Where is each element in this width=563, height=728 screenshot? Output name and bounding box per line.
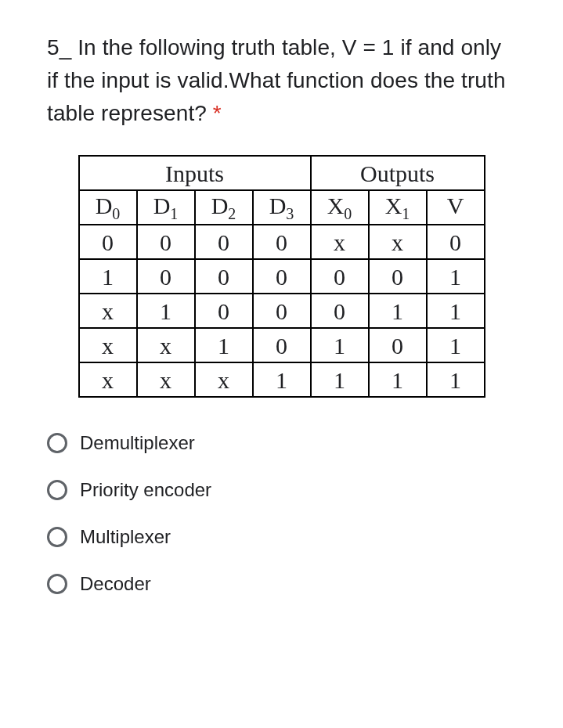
column-header-row: D0 D1 D2 D3 X0 X1 V (79, 190, 485, 225)
cell: 0 (195, 294, 253, 328)
cell: x (79, 328, 137, 362)
required-asterisk: * (213, 101, 222, 125)
radio-icon (47, 433, 67, 453)
cell: 1 (311, 328, 369, 362)
cell: 1 (427, 362, 485, 397)
option-label: Decoder (80, 573, 151, 595)
option-multiplexer[interactable]: Multiplexer (47, 514, 516, 560)
cell: 0 (253, 259, 311, 294)
truth-table: Inputs Outputs D0 D1 D2 D3 X0 X1 V 0 0 0… (78, 155, 485, 398)
cell: 0 (195, 259, 253, 294)
col-x1: X1 (369, 190, 427, 225)
radio-icon (47, 574, 67, 594)
option-decoder[interactable]: Decoder (47, 560, 516, 607)
cell: x (79, 294, 137, 328)
col-d2: D2 (195, 190, 253, 225)
group-header-outputs: Outputs (311, 156, 485, 190)
cell: 0 (369, 328, 427, 362)
cell: 0 (195, 225, 253, 259)
option-label: Priority encoder (80, 479, 211, 501)
table-row: x x 1 0 1 0 1 (79, 328, 485, 362)
cell: 1 (137, 294, 195, 328)
table-row: x 1 0 0 0 1 1 (79, 294, 485, 328)
cell: 0 (311, 259, 369, 294)
option-demultiplexer[interactable]: Demultiplexer (47, 420, 516, 467)
col-x0: X0 (311, 190, 369, 225)
question-text: 5_ In the following truth table, V = 1 i… (47, 31, 516, 130)
table-row: 0 0 0 0 x x 0 (79, 225, 485, 259)
cell: 0 (137, 225, 195, 259)
cell: 0 (253, 225, 311, 259)
option-label: Multiplexer (80, 526, 171, 548)
question-body: 5_ In the following truth table, V = 1 i… (47, 35, 506, 125)
option-priority-encoder[interactable]: Priority encoder (47, 467, 516, 514)
table-row: 1 0 0 0 0 0 1 (79, 259, 485, 294)
cell: 1 (369, 362, 427, 397)
cell: 1 (79, 259, 137, 294)
cell: 1 (427, 259, 485, 294)
cell: 1 (253, 362, 311, 397)
cell: 1 (311, 362, 369, 397)
col-v: V (427, 190, 485, 225)
cell: 0 (311, 294, 369, 328)
cell: x (369, 225, 427, 259)
cell: 1 (427, 294, 485, 328)
cell: 0 (137, 259, 195, 294)
cell: 0 (253, 294, 311, 328)
radio-icon (47, 480, 67, 500)
col-d0: D0 (79, 190, 137, 225)
col-d3: D3 (253, 190, 311, 225)
options-list: Demultiplexer Priority encoder Multiplex… (47, 420, 516, 607)
cell: 1 (427, 328, 485, 362)
cell: x (311, 225, 369, 259)
option-label: Demultiplexer (80, 432, 195, 454)
cell: x (137, 328, 195, 362)
group-header-inputs: Inputs (79, 156, 311, 190)
truth-table-container: Inputs Outputs D0 D1 D2 D3 X0 X1 V 0 0 0… (47, 155, 516, 398)
cell: 0 (427, 225, 485, 259)
radio-icon (47, 527, 67, 547)
cell: 1 (369, 294, 427, 328)
group-header-row: Inputs Outputs (79, 156, 485, 190)
cell: x (195, 362, 253, 397)
cell: 0 (79, 225, 137, 259)
cell: 1 (195, 328, 253, 362)
cell: 0 (369, 259, 427, 294)
col-d1: D1 (137, 190, 195, 225)
cell: x (137, 362, 195, 397)
cell: x (79, 362, 137, 397)
table-row: x x x 1 1 1 1 (79, 362, 485, 397)
cell: 0 (253, 328, 311, 362)
